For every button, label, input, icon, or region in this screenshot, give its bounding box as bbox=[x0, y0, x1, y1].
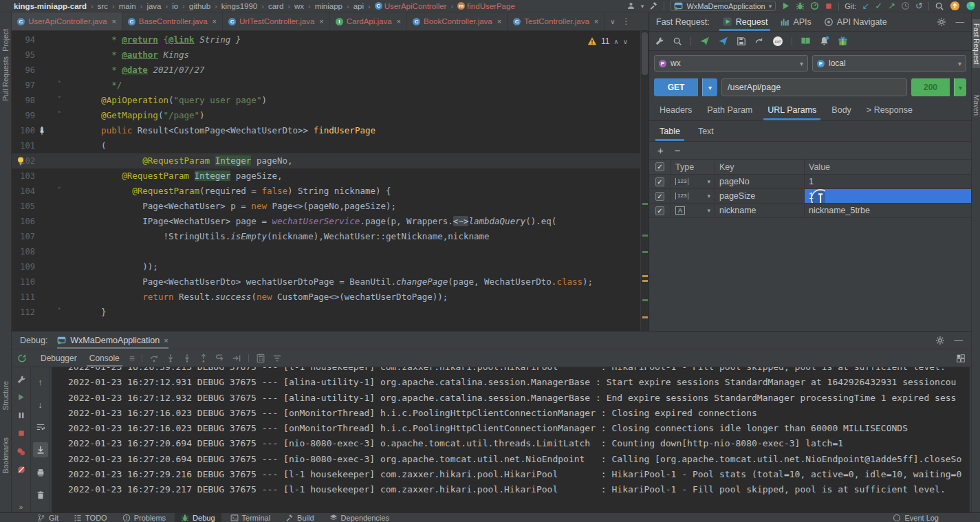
code-editor[interactable]: 94 * @return {@link String }95 * @author… bbox=[12, 31, 649, 331]
close-icon[interactable]: × bbox=[164, 336, 168, 345]
search-everywhere-icon[interactable] bbox=[935, 1, 944, 11]
editor-tab[interactable]: CBaseController.java× bbox=[122, 12, 223, 30]
param-key[interactable]: nickname bbox=[715, 204, 805, 217]
tab-debugger[interactable]: Debugger bbox=[38, 349, 80, 367]
add-row-icon[interactable]: + bbox=[657, 144, 664, 156]
resume-icon[interactable] bbox=[17, 393, 25, 402]
fold-marker[interactable] bbox=[49, 290, 69, 305]
tab-url-params[interactable]: URL Params bbox=[767, 99, 816, 120]
tab-body[interactable]: Body bbox=[831, 99, 851, 120]
tool-stripe-fast-request[interactable]: Fast Request bbox=[972, 19, 980, 68]
next-warning-icon[interactable]: ∨ bbox=[623, 38, 628, 45]
send-and-download-icon[interactable] bbox=[718, 36, 728, 46]
soft-wrap-icon[interactable] bbox=[36, 422, 45, 432]
status-caret[interactable]: ▾ bbox=[954, 78, 966, 96]
fold-marker[interactable] bbox=[49, 199, 69, 214]
more-icon[interactable]: » bbox=[14, 502, 29, 512]
breadcrumb-item[interactable]: main bbox=[119, 2, 136, 10]
breadcrumb-item[interactable]: github bbox=[189, 2, 210, 10]
tool-stripe-maven[interactable]: Maven bbox=[972, 95, 980, 116]
type-dropdown-icon[interactable]: ▾ bbox=[707, 207, 710, 214]
fold-marker[interactable] bbox=[49, 259, 69, 274]
evaluate-expression-icon[interactable] bbox=[256, 354, 265, 363]
breadcrumb-item[interactable]: kings-miniapp-card bbox=[14, 2, 87, 10]
kebab-menu-icon[interactable]: ⋮ bbox=[622, 17, 631, 26]
retry-icon[interactable] bbox=[754, 36, 764, 46]
settings-filter-icon[interactable] bbox=[272, 354, 282, 363]
rerun-icon[interactable] bbox=[17, 354, 27, 363]
view-breakpoints-icon[interactable] bbox=[17, 447, 26, 457]
chevron-down-icon[interactable]: ∨ bbox=[610, 18, 615, 25]
pause-icon[interactable] bbox=[17, 411, 25, 420]
param-row[interactable]: ✓123▾pageNo1 bbox=[649, 175, 971, 189]
down-stack-icon[interactable]: ↓ bbox=[33, 397, 48, 412]
method-select[interactable]: GET bbox=[654, 78, 698, 96]
line-number[interactable]: 107 bbox=[12, 229, 35, 244]
step-out-icon[interactable] bbox=[199, 354, 208, 363]
fast-request-tab-apis[interactable]: APIs bbox=[780, 12, 811, 31]
show-execution-point-icon[interactable]: ≡ bbox=[129, 353, 135, 364]
fold-marker[interactable] bbox=[49, 244, 69, 259]
line-number[interactable]: 96 bbox=[12, 63, 35, 78]
fold-marker[interactable] bbox=[49, 63, 69, 78]
row-checkbox[interactable]: ✓ bbox=[655, 177, 664, 186]
fold-marker[interactable]: ˆ bbox=[49, 108, 69, 123]
breadcrumb-item[interactable]: CUserApiController bbox=[375, 2, 447, 10]
close-icon[interactable]: × bbox=[397, 17, 401, 25]
error-stripe[interactable] bbox=[640, 31, 649, 331]
fold-marker[interactable] bbox=[49, 138, 69, 153]
run-configuration-select[interactable]: WxMaDemoApplication ▾ bbox=[670, 1, 776, 11]
breadcrumb-item[interactable]: card bbox=[268, 2, 283, 10]
tool-stripe-structure[interactable]: Structure bbox=[1, 381, 10, 411]
line-number[interactable]: 103 bbox=[12, 168, 35, 184]
remove-row-icon[interactable]: − bbox=[675, 144, 681, 156]
console-output[interactable]: 2022-01-23 16:26:59.213 DEBUG 37675 --- … bbox=[52, 367, 970, 512]
param-value[interactable]: 1 bbox=[805, 189, 971, 203]
update-available-icon[interactable] bbox=[950, 1, 960, 11]
tab-console[interactable]: Console bbox=[87, 349, 122, 367]
tab--response[interactable]: > Response bbox=[867, 99, 913, 120]
view-tab-text[interactable]: Text bbox=[698, 121, 714, 141]
breadcrumb-item[interactable]: api bbox=[353, 2, 364, 10]
close-icon[interactable]: × bbox=[213, 17, 217, 25]
environment-select[interactable]: E local ▾ bbox=[812, 55, 966, 72]
rocket-run-icon[interactable] bbox=[35, 123, 49, 138]
statusbar-todo[interactable]: TODO bbox=[67, 513, 113, 522]
line-number[interactable]: 97 bbox=[12, 78, 35, 93]
tab-path-param[interactable]: Path Param bbox=[707, 99, 752, 120]
param-row[interactable]: ✓A▾nicknamenickname_5trbe bbox=[649, 204, 971, 218]
method-caret[interactable]: ▾ bbox=[702, 78, 717, 96]
line-number[interactable]: 112 bbox=[12, 305, 35, 320]
run-button[interactable] bbox=[781, 1, 790, 10]
close-icon[interactable]: × bbox=[319, 17, 323, 25]
config-wrench-icon[interactable] bbox=[655, 36, 664, 46]
rollback-icon[interactable]: ↺ bbox=[915, 1, 923, 11]
line-number[interactable]: 99 bbox=[12, 108, 35, 123]
profiler-button[interactable] bbox=[810, 1, 819, 10]
url-input[interactable]: /userApi/page bbox=[721, 78, 907, 96]
save-icon[interactable] bbox=[737, 36, 746, 46]
breadcrumb-item[interactable]: src bbox=[98, 2, 108, 10]
search-icon[interactable] bbox=[673, 36, 682, 46]
fold-marker[interactable] bbox=[49, 229, 69, 244]
mute-breakpoints-icon[interactable] bbox=[17, 465, 26, 475]
statusbar-build[interactable]: Build bbox=[279, 513, 320, 522]
type-dropdown-icon[interactable]: ▾ bbox=[707, 193, 710, 199]
line-number[interactable]: 101 bbox=[12, 138, 35, 153]
breadcrumb-item[interactable]: io bbox=[172, 2, 178, 10]
fast-request-tab-request[interactable]: Request bbox=[722, 12, 768, 31]
stop-button[interactable] bbox=[825, 2, 833, 10]
line-number[interactable]: 98 bbox=[12, 93, 35, 108]
fold-marker[interactable] bbox=[49, 47, 69, 63]
line-number[interactable]: 106 bbox=[12, 214, 35, 229]
line-number[interactable]: 108 bbox=[12, 244, 35, 259]
line-number[interactable]: 104 bbox=[12, 184, 35, 199]
git-update-icon[interactable]: ↙ bbox=[862, 1, 869, 11]
fold-marker[interactable] bbox=[49, 153, 69, 168]
force-step-into-icon[interactable] bbox=[182, 354, 192, 363]
step-into-icon[interactable] bbox=[166, 354, 175, 363]
fold-marker[interactable]: ˇ bbox=[49, 184, 69, 199]
statusbar-event-log[interactable]: Event Log bbox=[893, 514, 980, 522]
breadcrumb-item[interactable]: miniapp bbox=[315, 2, 342, 10]
close-icon[interactable]: × bbox=[594, 17, 598, 25]
